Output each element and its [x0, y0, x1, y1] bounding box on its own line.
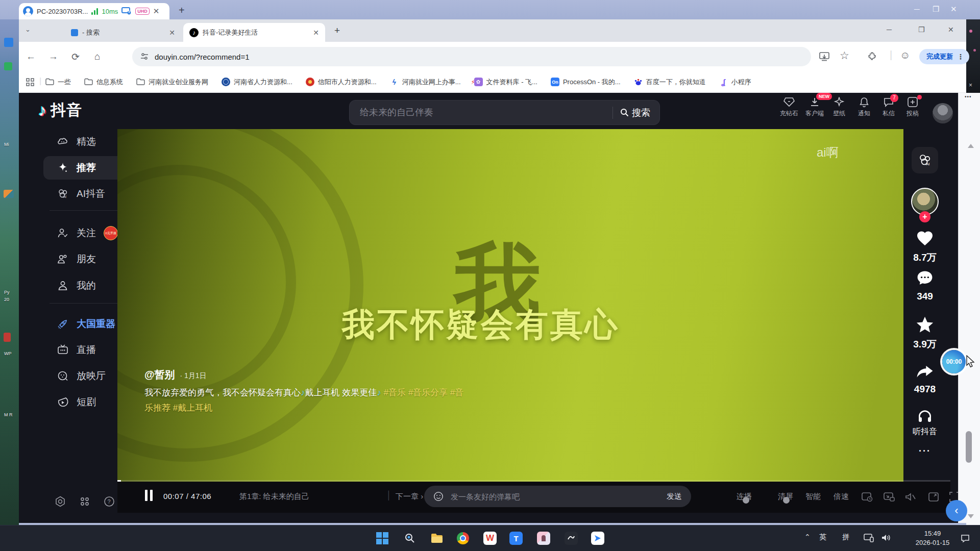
autoplay-label[interactable]: 连播: [737, 492, 752, 502]
wps-icon[interactable]: W: [483, 532, 497, 545]
tab-search-chevron-icon[interactable]: ⌄: [25, 26, 31, 33]
help-icon[interactable]: ?: [104, 496, 115, 507]
tray-display-icon[interactable]: [864, 533, 874, 542]
danmaku-send-button[interactable]: 发送: [667, 492, 682, 502]
install-cast-icon[interactable]: [819, 52, 829, 61]
windows-start-icon[interactable]: [376, 532, 389, 545]
bookmark-item[interactable]: 百度一下，你就知道: [634, 78, 706, 87]
bookmark-item[interactable]: ϟ 河南就业网上办事...: [390, 78, 461, 87]
browser-minimize-icon[interactable]: ─: [887, 26, 892, 34]
menu-messages[interactable]: 私信 7: [877, 97, 900, 118]
extensions-icon[interactable]: [867, 51, 877, 61]
new-session-icon[interactable]: +: [179, 5, 185, 16]
forward-icon[interactable]: →: [48, 51, 58, 62]
pause-icon[interactable]: [150, 490, 153, 501]
bookmark-folder[interactable]: 一些: [45, 78, 71, 87]
danmaku-input[interactable]: [450, 492, 660, 502]
back-icon[interactable]: ←: [26, 51, 36, 62]
profile-icon[interactable]: ☺: [900, 49, 910, 61]
sidebar-collapse-button[interactable]: ‹: [946, 500, 967, 521]
browser-menu-icon[interactable]: ⋮: [957, 53, 964, 61]
desktop-icon-fragment[interactable]: [4, 190, 14, 198]
update-chip-button[interactable]: 完成更新 ⋮: [919, 49, 969, 64]
remote-minimize-icon[interactable]: ─: [914, 5, 920, 13]
tray-chevron-icon[interactable]: ⌃: [804, 533, 811, 541]
tray-volume-icon[interactable]: [881, 533, 891, 542]
ai-assistant-button[interactable]: AI: [912, 147, 938, 173]
more-options-button[interactable]: ···: [908, 446, 942, 457]
scroll-up-arrow[interactable]: [968, 144, 974, 148]
web-fullscreen-icon[interactable]: [927, 491, 940, 503]
reload-icon[interactable]: ⟳: [71, 51, 80, 63]
search-input[interactable]: [359, 107, 605, 118]
bookmark-item[interactable]: 信阳市人力资源和...: [306, 78, 377, 87]
tab-search-page[interactable]: - 搜索 ✕: [38, 23, 180, 42]
like-heart-icon[interactable]: [916, 230, 934, 247]
bookmark-item[interactable]: 河南省人力资源和...: [222, 78, 292, 87]
page-scrollbar[interactable]: •••: [958, 93, 980, 525]
pause-icon[interactable]: [145, 490, 148, 501]
close-session-icon[interactable]: ✕: [153, 7, 160, 16]
session-timer-bubble[interactable]: 00:00: [942, 350, 966, 373]
menu-upload[interactable]: 投稿: [901, 97, 924, 118]
close-tab-icon[interactable]: ✕: [169, 29, 175, 37]
bookmark-item[interactable]: ✿⚡ 文件资料库 - 飞...: [474, 78, 537, 87]
video-player[interactable]: ai啊 我 我不怀疑会有真心 @暂别· 1月1日 我不放弃爱的勇气，我不会怀疑会…: [117, 129, 903, 484]
douyin-logo[interactable]: ♪ 抖音: [38, 100, 82, 121]
scrollbar-thumb[interactable]: [966, 431, 972, 463]
browser-close-icon[interactable]: ✕: [948, 26, 954, 34]
bookmark-folder[interactable]: 河南就业创业服务网: [136, 78, 208, 87]
listen-douyin-label[interactable]: 听抖音: [907, 427, 943, 437]
download-app-icon[interactable]: [591, 532, 604, 545]
speed-button[interactable]: 倍速: [834, 492, 849, 502]
tab-douyin[interactable]: ♪ 抖音-记录美好生活 ✕: [183, 23, 325, 42]
video-author-row[interactable]: @暂别· 1月1日: [144, 368, 207, 382]
taskbar-search-icon[interactable]: [403, 532, 416, 545]
bookmark-star-icon[interactable]: ☆: [840, 49, 849, 62]
chrome-icon[interactable]: [456, 532, 470, 545]
desktop-icon-fragment[interactable]: [4, 333, 11, 342]
scroll-down-arrow[interactable]: [968, 514, 974, 518]
clear-screen-label[interactable]: 清屏: [778, 492, 793, 502]
remote-session-tab[interactable]: PC-20230703R... 10ms UHD ✕: [19, 3, 169, 19]
dark-app-icon[interactable]: [565, 532, 578, 545]
remote-close-icon[interactable]: ✕: [950, 5, 957, 13]
remote-maximize-icon[interactable]: ❒: [933, 5, 939, 13]
headphones-icon[interactable]: [917, 408, 933, 423]
profile-avatar[interactable]: [933, 103, 953, 123]
author-name[interactable]: @暂别: [144, 369, 175, 380]
menu-recharge[interactable]: 充钻石: [777, 97, 801, 118]
url-field[interactable]: douyin.com/?recommend=1: [132, 47, 811, 66]
mute-icon[interactable]: [904, 491, 916, 503]
emoji-icon[interactable]: [433, 491, 444, 502]
close-tab-icon[interactable]: ✕: [313, 29, 319, 37]
share-icon[interactable]: [915, 362, 935, 380]
search-bar[interactable]: 搜索: [349, 100, 660, 125]
smart-button[interactable]: 智能: [805, 492, 821, 502]
next-chapter-button[interactable]: 下一章 ›: [396, 492, 423, 502]
desktop-icon-fragment[interactable]: [4, 62, 12, 70]
target-icon[interactable]: [55, 496, 66, 507]
search-button[interactable]: 搜索: [620, 107, 650, 119]
browser-maximize-icon[interactable]: ❒: [918, 26, 925, 34]
taskbar-clock[interactable]: 15:49 2026-01-15: [910, 529, 955, 547]
monitor-pen-icon[interactable]: [121, 7, 132, 15]
watch-later-icon[interactable]: [861, 491, 873, 503]
bookmark-folder[interactable]: 信息系统: [84, 78, 123, 87]
bookmark-item[interactable]: ʆ 小程序: [719, 78, 751, 87]
mini-player-icon[interactable]: [883, 491, 895, 503]
menu-wallpaper[interactable]: 壁纸: [827, 97, 851, 118]
uhd-badge[interactable]: UHD: [135, 8, 150, 15]
apps-dots-icon[interactable]: [79, 496, 90, 507]
ime-language-en[interactable]: 英: [819, 533, 826, 542]
media-app-icon[interactable]: [537, 532, 550, 545]
notification-center-icon[interactable]: [961, 534, 970, 543]
file-explorer-icon[interactable]: [430, 532, 444, 545]
site-settings-icon[interactable]: [140, 53, 149, 61]
danmaku-input-bar[interactable]: 发送: [424, 486, 691, 507]
comment-icon[interactable]: [916, 269, 934, 287]
favorite-star-icon[interactable]: [915, 315, 935, 335]
apps-grid-icon[interactable]: [26, 78, 34, 86]
menu-notifications[interactable]: 通知: [852, 97, 876, 118]
bookmark-item[interactable]: On ProcessOn - 我的...: [551, 78, 621, 87]
